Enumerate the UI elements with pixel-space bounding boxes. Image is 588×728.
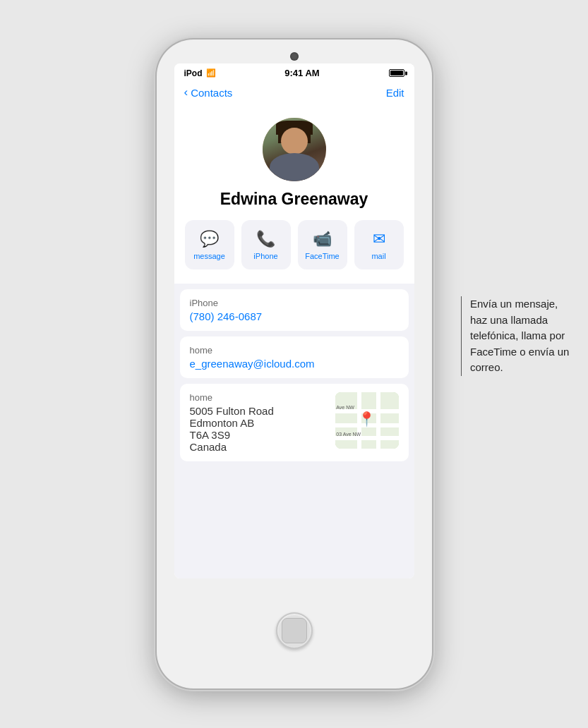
contact-content: Edwina Greenaway 💬 message 📞 iPhone 📹 — [174, 105, 414, 578]
phone-info-card: iPhone (780) 246-0687 — [180, 289, 409, 331]
battery-fill — [390, 71, 403, 75]
mail-icon: ✉ — [373, 230, 385, 248]
email-info-card: home e_greenaway@icloud.com — [180, 336, 409, 378]
scene: Envía un mensaje, haz una llamada telefó… — [0, 0, 588, 728]
screen: iPod 📶 9:41 AM ‹ Contacts Edit — [174, 63, 414, 578]
contact-name: Edwina Greenaway — [220, 190, 368, 209]
message-label: message — [193, 252, 225, 260]
map-road-h3 — [335, 436, 399, 440]
avatar-person — [263, 118, 326, 181]
chevron-left-icon: ‹ — [184, 85, 188, 99]
iphone-call-button[interactable]: 📞 iPhone — [241, 220, 291, 269]
map-road-label2: 03 Ave NW — [336, 432, 361, 437]
status-time: 9:41 AM — [284, 68, 319, 78]
message-button[interactable]: 💬 message — [185, 220, 234, 269]
address-line4: Canada — [190, 441, 327, 453]
address-label: home — [190, 392, 327, 403]
action-buttons-row: 💬 message 📞 iPhone 📹 FaceTime ✉ — [185, 220, 404, 272]
home-button-inner — [282, 618, 307, 643]
mail-label: mail — [371, 252, 385, 260]
back-label: Contacts — [191, 87, 232, 99]
avatar-face — [281, 128, 308, 154]
address-line2: Edmonton AB — [190, 417, 327, 429]
edit-button[interactable]: Edit — [386, 87, 404, 99]
iphone-label: iPhone — [253, 252, 277, 260]
message-icon: 💬 — [200, 230, 219, 248]
map-location-pin: 📍 — [358, 411, 376, 427]
annotation: Envía un mensaje, haz una llamada telefó… — [461, 296, 574, 376]
status-left: iPod 📶 — [184, 68, 216, 78]
email-label: home — [190, 345, 399, 356]
contact-header: Edwina Greenaway 💬 message 📞 iPhone 📹 — [174, 105, 414, 284]
home-button[interactable] — [276, 612, 313, 649]
home-button-area — [276, 578, 313, 688]
map-thumbnail[interactable]: Ave NW 03 Ave NW 📍 — [335, 392, 399, 449]
address-line1: 5005 Fulton Road — [190, 405, 327, 417]
map-road-label1: Ave NW — [336, 405, 354, 410]
avatar-body — [270, 153, 319, 181]
address-card: home 5005 Fulton Road Edmonton AB T6A 3S… — [180, 384, 409, 461]
phone-icon: 📞 — [256, 230, 275, 248]
facetime-button[interactable]: 📹 FaceTime — [298, 220, 347, 269]
facetime-label: FaceTime — [305, 252, 340, 260]
status-right — [389, 69, 404, 77]
avatar — [263, 118, 326, 181]
carrier-label: iPod — [184, 68, 203, 78]
mail-button[interactable]: ✉ mail — [354, 220, 404, 269]
phone-value[interactable]: (780) 246-0687 — [190, 310, 399, 322]
map-background: Ave NW 03 Ave NW 📍 — [335, 392, 399, 449]
address-line3: T6A 3S9 — [190, 429, 327, 441]
map-road-v2 — [376, 392, 380, 449]
battery-icon — [389, 69, 404, 77]
status-bar: iPod 📶 9:41 AM — [174, 63, 414, 81]
avatar-image — [263, 118, 326, 181]
wifi-icon: 📶 — [206, 68, 216, 78]
device: iPod 📶 9:41 AM ‹ Contacts Edit — [157, 40, 432, 688]
camera-dot — [290, 52, 299, 61]
back-button[interactable]: ‹ Contacts — [184, 85, 233, 99]
email-value[interactable]: e_greenaway@icloud.com — [190, 358, 399, 370]
address-text: home 5005 Fulton Road Edmonton AB T6A 3S… — [190, 392, 327, 453]
facetime-icon: 📹 — [313, 230, 332, 248]
camera-area — [157, 40, 432, 61]
nav-bar: ‹ Contacts Edit — [174, 81, 414, 105]
phone-label: iPhone — [190, 298, 399, 308]
